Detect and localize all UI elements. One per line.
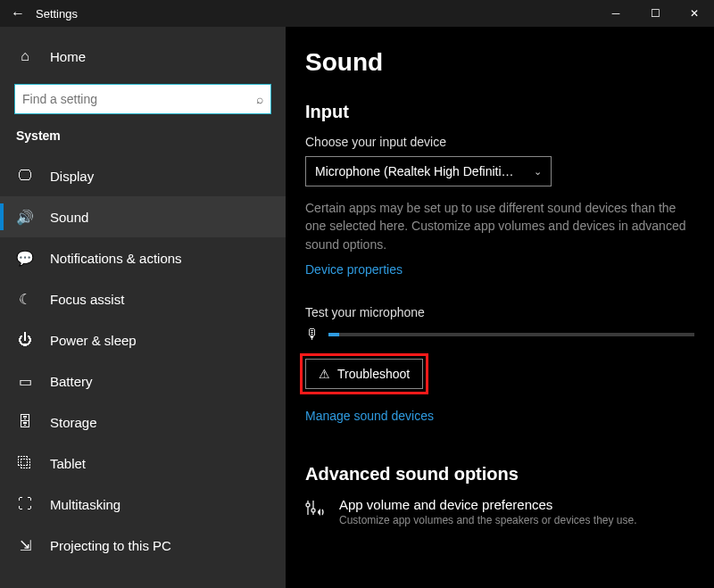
app-volume-option[interactable]: App volume and device preferences Custom… <box>305 497 694 526</box>
mic-level-meter <box>328 333 694 336</box>
nav-battery[interactable]: ▭ Battery <box>0 360 286 402</box>
nav-label: Home <box>50 49 86 64</box>
nav-storage[interactable]: 🗄 Storage <box>0 402 286 443</box>
nav-label: Display <box>50 169 94 184</box>
input-description: Certain apps may be set up to use differ… <box>305 199 694 253</box>
power-icon: ⏻ <box>16 332 34 348</box>
nav-notifications[interactable]: 💬 Notifications & actions <box>0 237 286 278</box>
choose-input-label: Choose your input device <box>305 135 694 149</box>
tablet-icon: ⿻ <box>16 455 34 471</box>
mixer-icon <box>305 499 327 521</box>
nav-focus-assist[interactable]: ☾ Focus assist <box>0 278 286 319</box>
nav-home[interactable]: ⌂ Home <box>0 36 286 77</box>
nav-tablet[interactable]: ⿻ Tablet <box>0 443 286 484</box>
device-properties-link[interactable]: Device properties <box>305 262 403 277</box>
home-icon: ⌂ <box>16 48 34 64</box>
nav-projecting[interactable]: ⇲ Projecting to this PC <box>0 525 286 566</box>
back-button[interactable]: ← <box>0 5 36 21</box>
nav-label: Power & sleep <box>50 333 137 348</box>
test-mic-label: Test your microphone <box>305 305 694 319</box>
nav-label: Tablet <box>50 456 86 471</box>
nav-label: Sound <box>50 210 88 225</box>
nav-label: Notifications & actions <box>50 251 182 266</box>
input-device-value: Microphone (Realtek High Definiti… <box>315 164 534 178</box>
svg-point-3 <box>311 509 315 512</box>
mic-meter-row: 🎙 <box>305 327 694 343</box>
manage-sound-devices-link[interactable]: Manage sound devices <box>305 409 434 423</box>
warning-icon: ⚠ <box>319 367 330 381</box>
troubleshoot-label: Troubleshoot <box>337 367 410 381</box>
battery-icon: ▭ <box>16 373 34 390</box>
close-button[interactable]: ✕ <box>675 0 714 27</box>
search-box[interactable]: ⌕ <box>14 84 271 114</box>
page-title: Sound <box>305 48 694 77</box>
projecting-icon: ⇲ <box>16 537 34 554</box>
nav-display[interactable]: 🖵 Display <box>0 155 286 196</box>
troubleshoot-button[interactable]: ⚠ Troubleshoot <box>305 359 423 389</box>
section-input-heading: Input <box>305 102 694 122</box>
multitasking-icon: ⛶ <box>16 496 34 512</box>
section-advanced-heading: Advanced sound options <box>305 464 694 484</box>
app-volume-title: App volume and device preferences <box>339 497 637 512</box>
titlebar: ← Settings ─ ☐ ✕ <box>0 0 714 27</box>
search-input[interactable] <box>22 92 256 106</box>
window-title: Settings <box>36 7 78 21</box>
minimize-button[interactable]: ─ <box>596 0 635 27</box>
nav-label: Battery <box>50 374 93 389</box>
nav-label: Focus assist <box>50 292 124 307</box>
nav-label: Multitasking <box>50 497 120 512</box>
nav-multitasking[interactable]: ⛶ Multitasking <box>0 484 286 525</box>
chevron-down-icon: ⌄ <box>534 166 542 178</box>
nav-heading-system: System <box>0 128 286 143</box>
nav-label: Projecting to this PC <box>50 538 171 553</box>
nav-power-sleep[interactable]: ⏻ Power & sleep <box>0 319 286 360</box>
nav-sound[interactable]: 🔊 Sound <box>0 196 286 237</box>
sound-icon: 🔊 <box>16 209 34 226</box>
window-controls: ─ ☐ ✕ <box>596 0 714 27</box>
display-icon: 🖵 <box>16 168 34 184</box>
notifications-icon: 💬 <box>16 250 34 267</box>
sidebar: ⌂ Home ⌕ System 🖵 Display 🔊 Sound 💬 Noti… <box>0 27 286 588</box>
focus-assist-icon: ☾ <box>16 291 34 308</box>
microphone-icon: 🎙 <box>305 327 320 343</box>
main-panel: Sound Input Choose your input device Mic… <box>286 27 714 588</box>
input-device-dropdown[interactable]: Microphone (Realtek High Definiti… ⌄ <box>305 156 552 186</box>
mic-level-fill <box>328 333 339 336</box>
svg-point-1 <box>306 503 310 507</box>
search-icon: ⌕ <box>256 92 263 106</box>
nav-label: Storage <box>50 415 97 430</box>
storage-icon: 🗄 <box>16 414 34 430</box>
maximize-button[interactable]: ☐ <box>635 0 675 27</box>
app-volume-subtitle: Customize app volumes and the speakers o… <box>339 514 637 526</box>
